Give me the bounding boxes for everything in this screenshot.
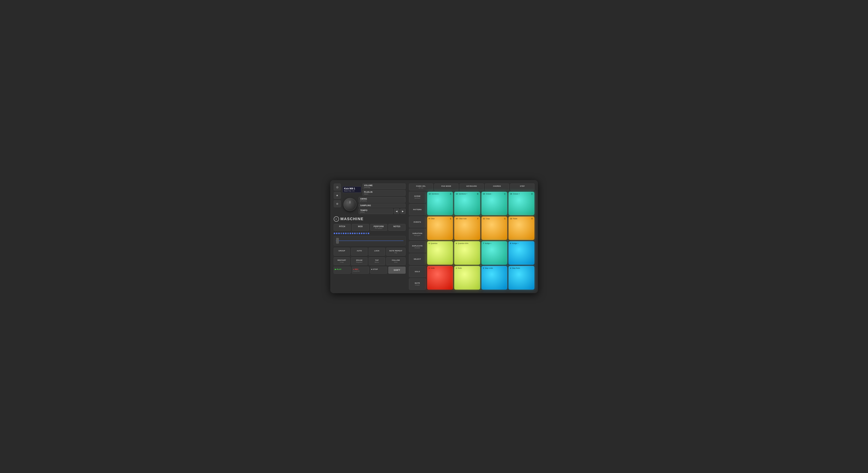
pad-1[interactable]: 1Undo — [427, 266, 453, 289]
display-section: Kick 909 1 Base Key: C3 VOLUME [Velocity… — [342, 184, 406, 214]
restart-btn[interactable]: RESTART Loop — [334, 257, 350, 265]
main-knob-area — [342, 197, 358, 212]
follow-btn[interactable]: FOLLOW Grid — [386, 257, 406, 265]
pad-13[interactable]: 13Semitone -A — [427, 192, 453, 215]
track-sub: Base Key: C3 — [344, 190, 360, 192]
pad-2[interactable]: 2Redo — [454, 266, 480, 289]
variation-label[interactable]: VARIATION Navigate — [409, 229, 426, 240]
track-name: Kick 909 1 — [344, 187, 360, 190]
pad-3[interactable]: 3Step Undo — [482, 266, 507, 289]
circle-icon-button[interactable]: ◎ — [334, 184, 341, 191]
maschine-controller: ◎ ★ ⊜ Kick 909 1 Base Key: C3 VOLUME — [330, 180, 538, 293]
select-label[interactable]: SELECT — [409, 254, 426, 265]
group-btn[interactable]: GROUP — [334, 248, 350, 256]
pad-area: SCENE Section PATTERN EVENTS VARIATION N… — [409, 192, 534, 290]
slider-thumb[interactable] — [336, 238, 339, 244]
pad-12[interactable]: 12PasteH — [508, 216, 534, 240]
tempo-down-btn[interactable]: ◀ — [394, 209, 399, 214]
tempo-btn[interactable]: TEMPO [Tune] — [359, 209, 393, 214]
pad-9[interactable]: 9ClearE — [427, 216, 453, 240]
pad-11[interactable]: 11CopyG — [482, 216, 507, 240]
dot-8 — [349, 233, 351, 234]
sampling-btn[interactable]: SAMPLING — [359, 203, 406, 208]
dot-6 — [345, 233, 346, 234]
main-knob[interactable] — [343, 198, 356, 211]
pad-mode-btn[interactable]: PAD MODE — [434, 184, 459, 190]
fixed-vel-btn[interactable]: FIXED VEL 16 Vel — [409, 184, 433, 190]
perform-btn[interactable]: PERFORM FX Select — [370, 224, 388, 231]
lock-btn[interactable]: LOCK — [369, 248, 385, 256]
right-panel: FIXED VEL 16 Vel PAD MODE KEYBOARD CHORD… — [409, 184, 534, 290]
dot-12 — [359, 233, 360, 234]
logo-text: MASCHINE — [341, 217, 364, 221]
rec-btn[interactable]: ● REC Count-In — [352, 266, 369, 274]
logo-area: ◎ MASCHINE — [334, 216, 406, 222]
scene-label[interactable]: SCENE Section — [409, 192, 426, 203]
dot-3 — [338, 233, 340, 234]
top-controls: ◎ ★ ⊜ Kick 909 1 Base Key: C3 VOLUME — [334, 184, 406, 214]
knob-dot — [349, 201, 350, 203]
dot-13 — [361, 233, 363, 234]
control-row-2: RESTART Loop ERASE Replace TAP Metro FOL… — [334, 257, 406, 265]
dot-15 — [366, 233, 367, 234]
plugin-btn[interactable]: PLUG-IN Macro — [363, 190, 406, 196]
left-panel: ◎ ★ ⊜ Kick 909 1 Base Key: C3 VOLUME — [334, 184, 406, 290]
dot-4 — [341, 233, 342, 234]
solo-label[interactable]: SOLO — [409, 266, 426, 277]
duplicate-label[interactable]: DUPLICATE Double — [409, 241, 426, 252]
pad-labels: SCENE Section PATTERN EVENTS VARIATION N… — [409, 192, 426, 290]
pad-14[interactable]: 14Semitone +B — [454, 192, 480, 215]
logo-icon: ◎ — [334, 216, 339, 222]
pad-8[interactable]: 8Nudge > — [508, 241, 534, 265]
pad-10[interactable]: 10Clear AutoF — [454, 216, 480, 240]
pad-15[interactable]: 15Octave -C — [482, 192, 507, 215]
param-controls-2: SWING [Position] SAMPLING TEMPO [Tune] ◀ — [359, 197, 406, 214]
pad-5[interactable]: 5Quantize — [427, 241, 453, 265]
bottom-controls: GROUP AUTO LOCK NOTE REPEAT Arp RESTART … — [334, 248, 406, 274]
note-repeat-btn[interactable]: NOTE REPEAT Arp — [386, 248, 406, 256]
display-top: Kick 909 1 Base Key: C3 VOLUME [Velocity… — [342, 184, 406, 196]
dot-16 — [368, 233, 369, 234]
dot-9 — [352, 233, 353, 234]
control-row-1: GROUP AUTO LOCK NOTE REPEAT Arp — [334, 248, 406, 256]
mode-buttons: FIXED VEL 16 Vel PAD MODE KEYBOARD CHORD… — [409, 184, 534, 190]
dot-11 — [356, 233, 358, 234]
chords-btn[interactable]: CHORDS — [485, 184, 509, 190]
tempo-row: TEMPO [Tune] ◀ ▶ — [359, 209, 406, 214]
dot-row — [334, 232, 406, 234]
star-icon-button[interactable]: ★ — [334, 192, 341, 199]
stop-btn[interactable]: ■ STOP — [370, 266, 388, 274]
shift-btn[interactable]: SHIFT — [388, 266, 406, 274]
erase-btn[interactable]: ERASE Replace — [351, 257, 368, 265]
mute-label[interactable]: MUTE Choke — [409, 278, 426, 290]
mod-btn[interactable]: MOD — [352, 224, 369, 231]
function-row: PITCH MOD PERFORM FX Select NOTES — [334, 224, 406, 231]
slider-area[interactable] — [334, 236, 406, 246]
pad-7[interactable]: 7Nudge < — [482, 241, 507, 265]
pad-4[interactable]: 4Step Redo — [508, 266, 534, 289]
dot-7 — [347, 233, 349, 234]
transport-row: ▶ PLAY ● REC Count-In ■ STOP SHIFT — [334, 266, 406, 274]
tempo-up-btn[interactable]: ▶ — [400, 209, 406, 214]
swing-btn[interactable]: SWING [Position] — [359, 197, 406, 202]
step-btn[interactable]: STEP — [510, 184, 534, 190]
param-controls: VOLUME [Velocity] PLUG-IN Macro — [363, 184, 406, 196]
pattern-label[interactable]: PATTERN — [409, 204, 426, 215]
search-icon-button[interactable]: ⊜ — [334, 200, 341, 207]
dot-1 — [334, 233, 335, 234]
keyboard-btn[interactable]: KEYBOARD — [460, 184, 484, 190]
events-label[interactable]: EVENTS — [409, 216, 426, 228]
volume-btn[interactable]: VOLUME [Velocity] — [363, 184, 406, 189]
dot-10 — [354, 233, 355, 234]
icon-buttons: ◎ ★ ⊜ — [334, 184, 341, 207]
pad-6[interactable]: 6Quantize 50% — [454, 241, 480, 265]
pad-16[interactable]: 16Octave +D — [508, 192, 534, 215]
notes-btn[interactable]: NOTES — [388, 224, 406, 231]
play-btn[interactable]: ▶ PLAY — [334, 266, 351, 274]
auto-btn[interactable]: AUTO — [351, 248, 368, 256]
tap-btn[interactable]: TAP Metro — [369, 257, 385, 265]
pad-grid: 13Semitone -A14Semitone +B15Octave -C16O… — [427, 192, 534, 290]
track-display: Kick 909 1 Base Key: C3 — [342, 186, 361, 193]
pitch-btn[interactable]: PITCH — [334, 224, 351, 231]
slider-track — [336, 241, 403, 241]
